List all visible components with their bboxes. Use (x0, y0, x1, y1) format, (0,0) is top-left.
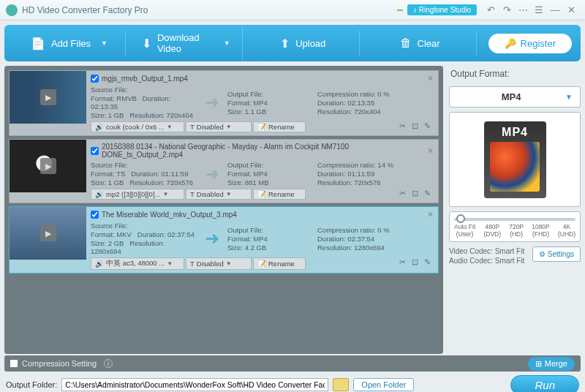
download-icon: ⬇ (142, 37, 151, 50)
browse-folder-icon[interactable] (333, 378, 349, 391)
file-name: The Miserable World_mkv_Output_3.mp4 (102, 211, 237, 219)
quality-option[interactable]: 1080P(FHD) (532, 224, 550, 238)
crop-icon[interactable]: ⊡ (412, 121, 418, 132)
rename-button[interactable]: 📝Rename (253, 257, 306, 270)
rename-button[interactable]: 📝Rename (253, 189, 306, 200)
register-button[interactable]: 🔑 Register (488, 34, 572, 53)
file-name: mgjs_rmvb_Output_1.mp4 (102, 75, 188, 83)
compression-checkbox[interactable] (10, 360, 18, 367)
audio-track-select[interactable]: 🔊mp2 ([3][0][0][0]...▼ (91, 189, 184, 200)
arrow-right-icon: ➜ (199, 92, 225, 113)
pro-badge (397, 10, 403, 11)
merge-icon: ⊞ (535, 359, 542, 369)
effects-icon[interactable]: ✂ (399, 257, 406, 270)
effects-icon[interactable]: ✂ (399, 121, 406, 132)
source-file-header: Source File: (91, 86, 197, 94)
app-logo-icon (6, 4, 18, 16)
video-thumbnail[interactable]: ▶ (10, 71, 86, 124)
quality-option[interactable]: 4K(UHD) (558, 224, 575, 238)
minimize-icon[interactable]: — (547, 2, 563, 18)
add-file-icon: 📄 (31, 37, 45, 50)
effects-icon[interactable]: ✂ (399, 189, 406, 200)
quality-option[interactable]: 480P(DVD) (483, 224, 501, 238)
output-format-select[interactable]: MP4 ▼ (449, 86, 581, 108)
codec-info: Video Codec: Smart Fit Audio Codec: Smar… (449, 246, 581, 266)
run-button[interactable]: Run (510, 375, 579, 393)
source-file-header: Source File: (91, 222, 197, 230)
edit-icon[interactable]: ✎ (424, 121, 431, 132)
merge-button[interactable]: ⊞ Merge (528, 357, 575, 371)
audio-track-select[interactable]: 🔊中英 ac3, 48000 ...▼ (91, 257, 184, 270)
video-thumbnail[interactable]: ▶ (10, 140, 86, 192)
trash-icon: 🗑 (400, 37, 412, 50)
video-thumbnail[interactable]: ▶ (10, 207, 86, 260)
crop-icon[interactable]: ⊡ (412, 189, 418, 200)
output-file-header: Output File: (227, 161, 315, 169)
play-icon[interactable]: ▶ (40, 89, 56, 105)
file-item[interactable]: ▶ The Miserable World_mkv_Output_3.mp4 ✕… (9, 206, 439, 274)
remove-item-icon[interactable]: ✕ (427, 74, 434, 83)
close-icon[interactable]: ✕ (563, 2, 579, 18)
remove-item-icon[interactable]: ✕ (427, 146, 434, 156)
item-checkbox[interactable] (91, 211, 99, 219)
subtitle-select[interactable]: TDisabled▼ (186, 121, 252, 132)
info-icon[interactable]: i (104, 359, 113, 368)
ringtone-studio-button[interactable]: Ringtone Studio (407, 4, 477, 15)
quality-slider[interactable]: Auto Fit(User)480P(DVD)720P(HD)1080P(FHD… (449, 211, 581, 242)
chevron-down-icon: ▼ (224, 39, 230, 47)
file-item[interactable]: ▶ 20150388 0134 - National Geographic - … (9, 139, 439, 203)
file-name: 20150388 0134 - National Geographic - Ma… (102, 143, 424, 159)
arrow-right-icon: ➜ (199, 164, 225, 184)
output-folder-label: Output Folder: (6, 380, 57, 389)
chevron-down-icon: ▼ (101, 39, 107, 47)
crop-icon[interactable]: ⊡ (412, 257, 418, 270)
compression-label: Compression Setting (22, 359, 97, 368)
key-icon: 🔑 (505, 38, 516, 49)
redo-icon[interactable]: ↷ (499, 2, 515, 18)
output-format-label: Output Format: (449, 66, 581, 82)
rename-button[interactable]: 📝Rename (253, 121, 306, 132)
item-checkbox[interactable] (91, 147, 99, 155)
info-icon[interactable]: ⋯ (515, 2, 531, 18)
upload-button[interactable]: ⬆ Upload (247, 31, 360, 56)
quality-option[interactable]: 720P(HD) (509, 224, 524, 238)
audio-track-select[interactable]: 🔊cook (cook / 0x6 ...▼ (91, 121, 184, 132)
footer: Output Folder: Open Folder Run (0, 373, 585, 392)
quality-option[interactable]: Auto Fit(User) (454, 224, 475, 238)
subtitle-select[interactable]: TDisabled▼ (186, 189, 252, 200)
main-toolbar: 📄 Add Files ▼ ⬇ Download Video ▼ ⬆ Uploa… (4, 25, 581, 61)
settings-button[interactable]: ⚙ Settings (532, 246, 581, 263)
format-thumbnail-icon (490, 142, 540, 192)
download-video-button[interactable]: ⬇ Download Video ▼ (130, 26, 243, 60)
chevron-down-icon: ▼ (565, 93, 573, 101)
add-files-button[interactable]: 📄 Add Files ▼ (13, 31, 126, 56)
app-title: HD Video Converter Factory Pro (22, 5, 397, 15)
edit-icon[interactable]: ✎ (424, 257, 431, 270)
source-file-header: Source File: (91, 161, 197, 169)
file-item[interactable]: ▶ mgjs_rmvb_Output_1.mp4 ✕ Source File: … (9, 70, 439, 136)
arrow-right-icon: ➜ (199, 228, 225, 249)
slider-thumb[interactable] (456, 214, 465, 223)
play-icon[interactable]: ▶ (40, 225, 56, 241)
open-folder-button[interactable]: Open Folder (353, 378, 414, 391)
file-list-pane: ▶ mgjs_rmvb_Output_1.mp4 ✕ Source File: … (4, 66, 443, 354)
output-pane: Output Format: MP4 ▼ MP4 Auto Fit(User)4… (449, 66, 581, 354)
remove-item-icon[interactable]: ✕ (427, 210, 434, 219)
upload-icon: ⬆ (280, 37, 290, 50)
output-file-header: Output File: (227, 90, 315, 98)
titlebar: HD Video Converter Factory Pro Ringtone … (0, 0, 585, 20)
gear-icon: ⚙ (539, 249, 546, 260)
item-checkbox[interactable] (91, 75, 99, 83)
compression-bar: Compression Setting i ⊞ Merge (4, 355, 581, 372)
edit-icon[interactable]: ✎ (424, 189, 431, 200)
menu-icon[interactable]: ☰ (531, 2, 547, 18)
output-folder-input[interactable] (61, 378, 328, 391)
play-icon[interactable]: ▶ (40, 158, 56, 174)
format-preview[interactable]: MP4 (449, 112, 581, 207)
subtitle-select[interactable]: TDisabled▼ (186, 257, 252, 270)
undo-icon[interactable]: ↶ (483, 2, 499, 18)
clear-button[interactable]: 🗑 Clear (364, 31, 477, 56)
output-file-header: Output File: (227, 226, 315, 234)
